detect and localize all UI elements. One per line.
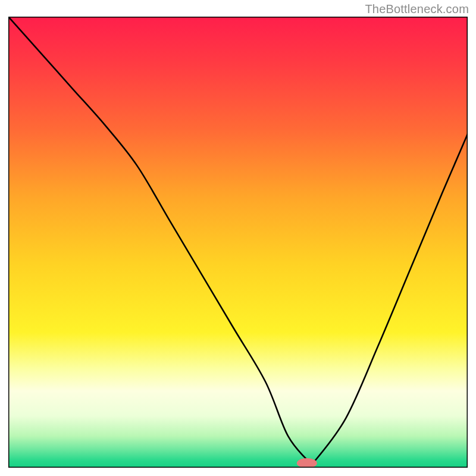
- watermark-text: TheBottleneck.com: [365, 2, 469, 16]
- chart-plot-area: [8, 17, 468, 468]
- chart-svg: [8, 17, 468, 468]
- chart-background-gradient: [8, 17, 468, 468]
- chart-marker-pill: [297, 458, 317, 468]
